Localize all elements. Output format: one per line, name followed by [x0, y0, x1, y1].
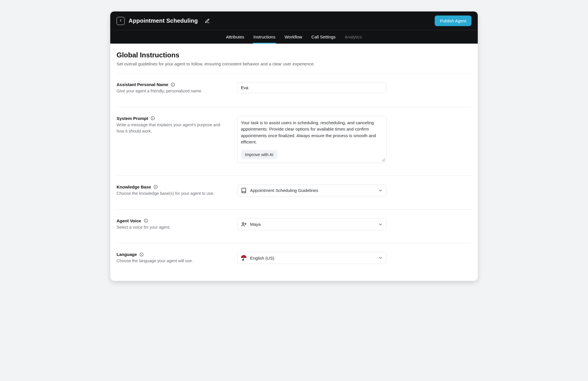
row-right: Maya [237, 218, 386, 230]
knowledge-base-label: Knowledge Base [117, 184, 151, 189]
svg-point-12 [242, 222, 244, 224]
assistant-name-input[interactable] [237, 82, 386, 93]
info-icon[interactable] [150, 116, 155, 120]
row-right: Appointment Scheduling Guidelines [237, 184, 386, 197]
svg-point-5 [152, 117, 153, 118]
top-bar: Appointment Scheduling Publish Agent [110, 11, 478, 30]
svg-point-15 [141, 253, 142, 254]
top-bar-left: Appointment Scheduling [117, 17, 210, 25]
improve-with-ai-button[interactable]: Improve with AI [241, 150, 277, 159]
tabs-bar: Attributes Instructions Workflow Call Se… [110, 30, 478, 44]
row-right: English (US) [237, 252, 386, 264]
info-icon[interactable] [171, 82, 175, 87]
edit-title-button[interactable] [205, 18, 210, 24]
chevron-down-icon [378, 222, 383, 227]
system-prompt-helper: Write a message that explains your agent… [117, 122, 226, 135]
agent-voice-label: Agent Voice [117, 218, 141, 223]
row-knowledge-base: Knowledge Base Choose the knowledge base… [117, 182, 471, 202]
assistant-name-label: Assistant Personal Name [117, 82, 168, 87]
app-card: Appointment Scheduling Publish Agent Att… [110, 11, 478, 281]
publish-agent-button[interactable]: Publish Agent [435, 15, 471, 26]
content-area: Global Instructions Set overall guidelin… [110, 44, 478, 281]
divider [117, 176, 471, 176]
row-language: Language Choose the language your agent … [117, 250, 471, 269]
row-left: Agent Voice Select a voice for your agen… [117, 218, 226, 231]
section-subtitle: Set overall guidelines for your agent to… [117, 61, 471, 66]
chevron-down-icon [378, 256, 383, 260]
assistant-name-helper: Give your agent a friendly, personalized… [117, 88, 226, 94]
divider [117, 107, 471, 107]
page-title: Appointment Scheduling [129, 18, 198, 24]
row-assistant-name: Assistant Personal Name Give your agent … [117, 80, 471, 100]
back-button[interactable] [117, 17, 125, 25]
svg-point-8 [155, 186, 156, 186]
divider [117, 73, 471, 73]
divider [117, 209, 471, 210]
chevron-left-icon [119, 19, 122, 23]
system-prompt-textarea[interactable]: Your task is to assist users in scheduli… [241, 120, 383, 145]
info-icon[interactable] [144, 218, 148, 223]
row-left: Assistant Personal Name Give your agent … [117, 82, 226, 94]
system-prompt-label: System Prompt [117, 116, 148, 121]
info-icon[interactable] [139, 252, 144, 257]
svg-point-11 [146, 220, 146, 220]
language-label: Language [117, 252, 137, 257]
language-value: English (US) [250, 256, 375, 261]
tab-call-settings[interactable]: Call Settings [311, 30, 336, 44]
row-right [237, 82, 386, 93]
agent-voice-value: Maya [250, 222, 375, 227]
tab-workflow[interactable]: Workflow [284, 30, 303, 44]
row-left: Language Choose the language your agent … [117, 252, 226, 264]
agent-voice-select[interactable]: Maya [237, 218, 386, 230]
info-icon[interactable] [153, 184, 158, 189]
voice-person-icon [241, 221, 247, 227]
tab-analytics: Analytics [344, 30, 363, 44]
tab-instructions[interactable]: Instructions [253, 30, 276, 44]
row-left: Knowledge Base Choose the knowledge base… [117, 184, 226, 197]
row-left: System Prompt Write a message that expla… [117, 116, 226, 135]
row-agent-voice: Agent Voice Select a voice for your agen… [117, 216, 471, 236]
language-select[interactable]: English (US) [237, 252, 386, 264]
resize-handle-icon[interactable] [381, 158, 385, 162]
knowledge-base-select[interactable]: Appointment Scheduling Guidelines [237, 184, 386, 197]
divider [117, 243, 471, 243]
row-right: Your task is to assist users in scheduli… [237, 116, 386, 163]
tab-attributes[interactable]: Attributes [225, 30, 245, 44]
chevron-down-icon [378, 188, 383, 193]
agent-voice-helper: Select a voice for your agent. [117, 224, 226, 231]
knowledge-base-helper: Choose the knowledge base(s) for your ag… [117, 190, 226, 197]
flag-us-icon [241, 255, 247, 261]
row-system-prompt: System Prompt Write a message that expla… [117, 114, 471, 168]
book-icon [241, 188, 247, 193]
language-helper: Choose the language your agent will use. [117, 258, 226, 264]
svg-point-2 [173, 83, 173, 84]
system-prompt-wrap: Your task is to assist users in scheduli… [237, 116, 386, 163]
section-title: Global Instructions [117, 51, 471, 59]
knowledge-base-value: Appointment Scheduling Guidelines [250, 188, 375, 193]
